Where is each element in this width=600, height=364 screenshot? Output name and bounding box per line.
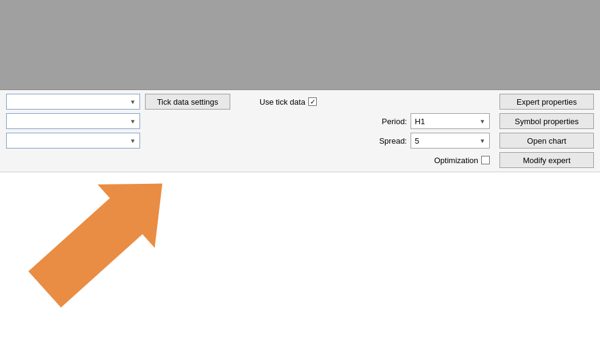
annotation-arrow [0, 172, 600, 331]
optimization-checkbox[interactable] [481, 156, 490, 164]
chevron-down-icon-2: ▼ [130, 118, 136, 125]
tick-data-settings-button[interactable]: Tick data settings [145, 94, 230, 110]
chevron-down-icon-1: ▼ [130, 99, 136, 105]
spread-dropdown[interactable]: 5 ▼ [411, 133, 490, 149]
spread-label: Spread: [379, 136, 407, 145]
open-chart-button[interactable]: Open chart [499, 133, 594, 149]
use-tick-data-group: Use tick data ✓ [259, 97, 317, 107]
optimization-label: Optimization [434, 156, 478, 165]
main-dropdown-2[interactable]: ▼ [6, 113, 140, 129]
chevron-down-icon-3: ▼ [130, 138, 136, 144]
period-dropdown[interactable]: H1 ▼ [411, 113, 490, 129]
arrow-area [0, 172, 600, 331]
main-dropdown-1[interactable]: ▼ [6, 94, 140, 110]
modify-expert-button[interactable]: Modify expert [499, 152, 594, 168]
period-label: Period: [382, 117, 407, 126]
main-dropdown-3[interactable]: ▼ [6, 133, 140, 149]
svg-marker-0 [16, 172, 191, 321]
optimization-group: Optimization [434, 156, 490, 165]
expert-properties-button[interactable]: Expert properties [499, 94, 594, 110]
period-value: H1 [415, 117, 425, 126]
use-tick-data-label: Use tick data [259, 97, 305, 107]
top-gray-area [0, 0, 600, 90]
controls-section: ▼ Tick data settings Use tick data ✓ Exp… [0, 90, 600, 172]
spread-value: 5 [415, 136, 419, 145]
use-tick-data-checkbox[interactable]: ✓ [308, 97, 317, 106]
chevron-down-icon-spread: ▼ [479, 138, 485, 144]
chevron-down-icon-period: ▼ [479, 118, 485, 125]
symbol-properties-button[interactable]: Symbol properties [499, 113, 594, 129]
